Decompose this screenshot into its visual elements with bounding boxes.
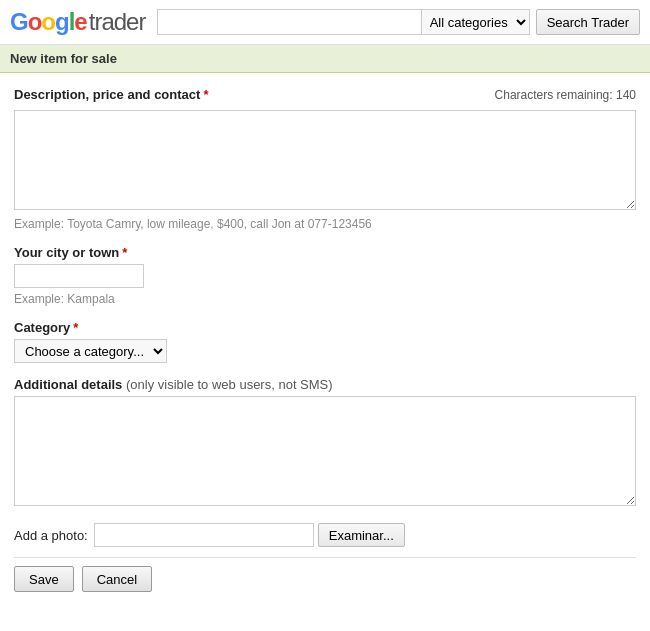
category-section: Category* Choose a category... Vehicles … (14, 320, 636, 363)
category-select[interactable]: Choose a category... Vehicles Electronic… (14, 339, 167, 363)
city-section: Your city or town* Example: Kampala (14, 245, 636, 306)
additional-section: Additional details (only visible to web … (14, 377, 636, 509)
category-select-row: Choose a category... Vehicles Electronic… (14, 339, 636, 363)
header: Google trader All categories Vehicles El… (0, 0, 650, 45)
action-row: Save Cancel (14, 566, 636, 592)
category-label: Category* (14, 320, 636, 335)
form-container: Description, price and contact* Characte… (0, 73, 650, 602)
save-button[interactable]: Save (14, 566, 74, 592)
additional-label: Additional details (only visible to web … (14, 377, 636, 392)
city-required: * (122, 245, 127, 260)
cancel-button[interactable]: Cancel (82, 566, 152, 592)
description-required: * (203, 87, 208, 102)
category-dropdown[interactable]: All categories Vehicles Electronics Furn… (422, 9, 530, 35)
chars-remaining-value: 140 (616, 88, 636, 102)
description-section: Description, price and contact* Characte… (14, 87, 636, 231)
photo-browse-button[interactable]: Examinar... (318, 523, 405, 547)
description-example: Example: Toyota Camry, low mileage, $400… (14, 217, 636, 231)
description-header-row: Description, price and contact* Characte… (14, 87, 636, 106)
category-required: * (73, 320, 78, 335)
logo: Google trader (10, 8, 145, 36)
page-bar: New item for sale (0, 45, 650, 73)
description-textarea[interactable] (14, 110, 636, 210)
photo-row: Add a photo: Examinar... (14, 523, 636, 547)
page-title: New item for sale (10, 51, 117, 66)
photo-label: Add a photo: (14, 528, 88, 543)
chars-remaining: Characters remaining: 140 (495, 88, 636, 102)
additional-note: (only visible to web users, not SMS) (126, 377, 333, 392)
logo-google: Google (10, 8, 87, 36)
city-input[interactable] (14, 264, 144, 288)
header-search: All categories Vehicles Electronics Furn… (157, 9, 640, 35)
search-button[interactable]: Search Trader (536, 9, 640, 35)
search-input[interactable] (157, 9, 421, 35)
additional-textarea[interactable] (14, 396, 636, 506)
divider (14, 557, 636, 558)
logo-trader: trader (89, 8, 146, 36)
city-label: Your city or town* (14, 245, 636, 260)
city-example: Example: Kampala (14, 292, 636, 306)
description-label: Description, price and contact* (14, 87, 208, 102)
photo-input[interactable] (94, 523, 314, 547)
